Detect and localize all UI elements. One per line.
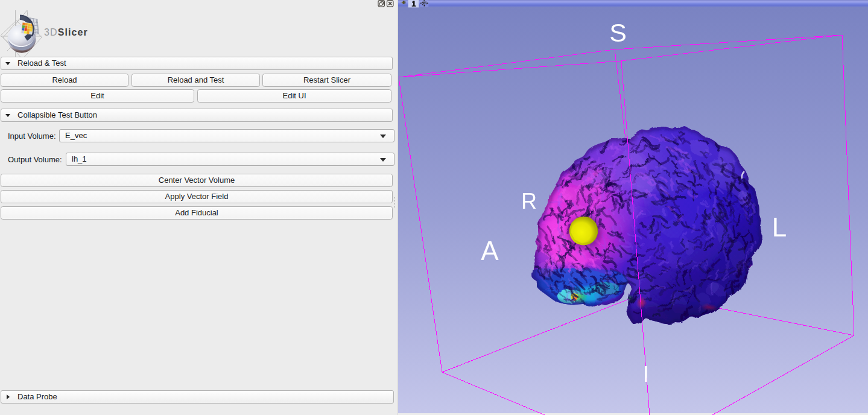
svg-text:I: I bbox=[643, 362, 649, 387]
svg-text:S: S bbox=[609, 18, 627, 47]
svg-text:A: A bbox=[481, 236, 499, 265]
svg-text:L: L bbox=[772, 212, 787, 242]
svg-text:R: R bbox=[521, 189, 537, 214]
